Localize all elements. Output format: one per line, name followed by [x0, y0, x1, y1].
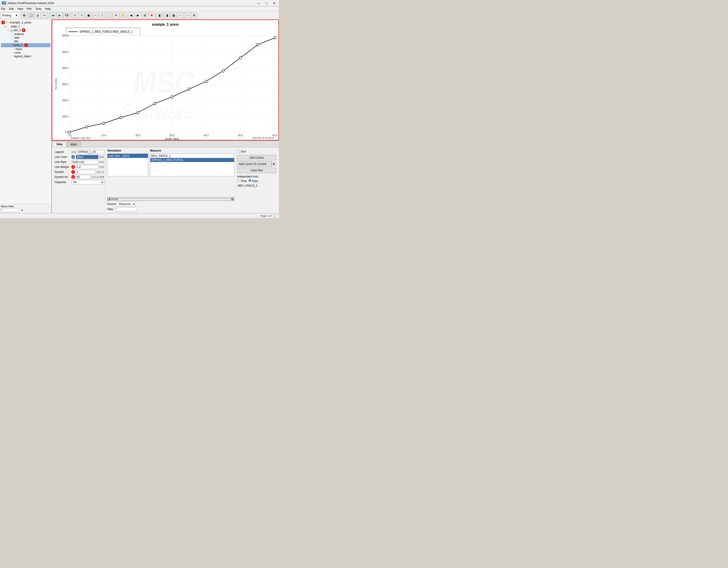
- badge-a: a: [1, 21, 5, 24]
- filter-row: Filter: [107, 207, 234, 211]
- svg-text:No Units: No Units: [55, 78, 58, 89]
- svg-text:Software: Software: [122, 100, 194, 124]
- tool1-button[interactable]: ✂: [92, 12, 99, 19]
- symbol-label: Symbol: [55, 171, 70, 174]
- hotpoints-select[interactable]: No Yes: [71, 180, 104, 185]
- surf-checkbox[interactable]: [237, 150, 240, 153]
- menu-plot[interactable]: Plot: [27, 7, 32, 10]
- tree-page1[interactable]: ▷ 📄 page_1: [1, 25, 50, 28]
- filter-dropdown-arrow[interactable]: ▼: [21, 209, 23, 212]
- line-color-input[interactable]: [76, 155, 98, 159]
- delete-button[interactable]: ✖: [148, 12, 155, 19]
- film-button[interactable]: 🎞: [63, 12, 70, 19]
- filter-input[interactable]: [114, 207, 137, 211]
- refresh-button[interactable]: 🔄: [28, 12, 34, 19]
- scroll-thumb[interactable]: [111, 198, 118, 200]
- symbol-inc-input[interactable]: [76, 175, 91, 179]
- new-button[interactable]: ➕: [21, 12, 27, 19]
- scroll-right-btn[interactable]: ▶: [231, 198, 234, 201]
- mode-dropdown[interactable]: Plotting ▼: [1, 13, 19, 18]
- menu-help[interactable]: Help: [45, 7, 51, 10]
- clear-plot-button[interactable]: Clear Plot: [237, 168, 276, 173]
- source-select[interactable]: Measures Results: [117, 202, 136, 206]
- line-weight-input[interactable]: [76, 165, 98, 169]
- simulation-item-lastrun[interactable]: Last_Run (2023-: [108, 154, 148, 158]
- menu-file[interactable]: File: [1, 7, 5, 10]
- tree-analysis[interactable]: 📄 analysis: [1, 32, 50, 36]
- sigma-button[interactable]: Σ: [99, 12, 105, 19]
- play-button[interactable]: ▶: [57, 12, 63, 19]
- right-button[interactable]: ▶: [135, 12, 141, 19]
- rewind-button[interactable]: ⏮: [50, 12, 56, 19]
- data-radio[interactable]: [248, 179, 251, 182]
- print-button[interactable]: 🖨: [35, 12, 41, 19]
- line-style-input[interactable]: [71, 160, 98, 164]
- tree-plot1-label: plot_1: [14, 29, 21, 32]
- tab-math[interactable]: Math: [67, 142, 81, 147]
- tab-data[interactable]: Data: [53, 142, 66, 147]
- tree-plot1[interactable]: ▽ 📊 plot_1 b: [1, 28, 50, 32]
- scroll-track[interactable]: [111, 198, 230, 200]
- tree-haxis[interactable]: ↔ haxis: [1, 47, 50, 51]
- page-next-button[interactable]: ◨: [164, 12, 170, 19]
- hotpoints-label: Hotpoints: [55, 181, 70, 184]
- menu-tools[interactable]: Tools: [35, 7, 42, 10]
- symbol-input[interactable]: [76, 170, 96, 174]
- svg-text:0.0: 0.0: [65, 131, 69, 134]
- measure-item-mea-angle[interactable]: MEA_ANGLE_1: [150, 154, 234, 158]
- text-button[interactable]: A: [79, 12, 85, 19]
- tree-vaxis[interactable]: ↕ vaxis: [1, 51, 50, 55]
- close-button[interactable]: ✕: [272, 1, 277, 5]
- horizontal-scrollbar[interactable]: ◀ ▶: [107, 197, 234, 201]
- ind-axis-radio-group: Time Data: [237, 179, 276, 183]
- left-panel: a 📁 example_3_press ▷ 📄 page_1 ▽ 📊 plot_…: [0, 20, 52, 213]
- page-input[interactable]: [272, 214, 277, 218]
- plot-window-button[interactable]: ▣: [85, 12, 92, 19]
- data-radio-label: Data: [248, 179, 258, 183]
- svg-text:SPRING_1_MEA_FORCE:MEA_ANGLE_1: SPRING_1_MEA_FORCE:MEA_ANGLE_1: [80, 30, 133, 34]
- scroll-left-btn[interactable]: ◀: [108, 198, 111, 201]
- menu-view[interactable]: View: [17, 7, 23, 10]
- layout-button[interactable]: ▦: [170, 12, 177, 19]
- svg-text:30.0: 30.0: [170, 134, 175, 137]
- tree-title-label: title: [14, 40, 18, 43]
- select2-button[interactable]: ⬜: [106, 12, 112, 19]
- time-radio[interactable]: [237, 179, 240, 182]
- tree-curve1[interactable]: 〜 curve_1 c: [1, 43, 50, 47]
- tabs-bar: Data Math: [52, 141, 279, 147]
- left-button[interactable]: ◀: [128, 12, 134, 19]
- add-curves-current-arrow[interactable]: ▼: [272, 162, 276, 166]
- maximize-button[interactable]: □: [264, 1, 269, 5]
- add-curves-current-button[interactable]: Add Curves To Current: [237, 161, 272, 167]
- legend-input[interactable]: [77, 150, 104, 154]
- measure-item-spring-force[interactable]: SPRING_1_MEA_FORCE: [150, 158, 234, 162]
- chart-svg: example_3_press SPRING_1_MEA_FORCE:MEA_A…: [52, 20, 278, 140]
- add-curves-button[interactable]: Add Curves: [237, 155, 276, 160]
- tree-date[interactable]: 📄 date: [1, 36, 50, 40]
- surf-label: Surf: [241, 150, 246, 153]
- settings-button[interactable]: ⚙: [191, 12, 197, 19]
- svg-text:600.0: 600.0: [62, 34, 68, 38]
- arrow-left-button[interactable]: ←: [177, 12, 184, 19]
- minimize-button[interactable]: —: [256, 1, 262, 5]
- status-bar: Page 1 of: [0, 213, 279, 218]
- zoom-button[interactable]: ⊞: [142, 12, 148, 19]
- plot-area[interactable]: example_3_press SPRING_1_MEA_FORCE:MEA_A…: [52, 20, 279, 140]
- menu-bar: File Edit View Plot Tools Help: [0, 6, 279, 11]
- name-filter-input[interactable]: [1, 208, 19, 212]
- menu-edit[interactable]: Edit: [9, 7, 14, 10]
- undo-button[interactable]: ↩: [41, 12, 48, 19]
- app-icon: Ad: [2, 2, 6, 5]
- page-prev-button[interactable]: ◧: [157, 12, 163, 19]
- tree-root[interactable]: a 📁 example_3_press: [1, 20, 50, 25]
- expand2-icon: ▽: [7, 29, 9, 31]
- crosshair-button[interactable]: ✛: [113, 12, 119, 19]
- expand-icon: ▷: [5, 25, 6, 28]
- svg-point-45: [222, 70, 224, 72]
- tree-legend[interactable]: 📄 legend_object: [1, 55, 50, 58]
- hand-button[interactable]: ✋: [120, 12, 126, 19]
- badge-c: c: [24, 43, 28, 47]
- select-button[interactable]: ↖: [72, 12, 78, 19]
- arrow-right-button[interactable]: →: [184, 12, 190, 19]
- tree-title[interactable]: 📄 title: [1, 40, 50, 43]
